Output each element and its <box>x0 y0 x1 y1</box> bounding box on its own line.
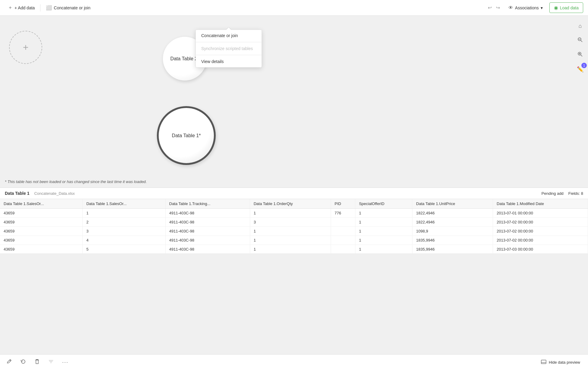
hide-preview-label: Hide data preview <box>549 360 580 365</box>
zoom-in-button[interactable] <box>575 49 586 60</box>
table-cell-0-0: 43659 <box>0 209 83 218</box>
data-table-1-label: Data Table 1* <box>172 133 201 138</box>
table-cell-0-5: 1 <box>355 209 412 218</box>
undo-redo-group: ↩ ↪ <box>486 3 502 12</box>
context-menu-view-details[interactable]: View details <box>196 56 262 67</box>
table-body: 4365914911-403C-98177611822,49462013-07-… <box>0 209 588 254</box>
hide-preview-icon <box>541 360 546 365</box>
table-cell-4-3: 1 <box>250 245 331 254</box>
canvas-controls: ⌂ 1 ✏️ <box>572 16 588 188</box>
col-header-6: Data Table 1.UnitPrice <box>412 199 493 209</box>
add-data-circle[interactable]: + <box>9 31 42 64</box>
table-cell-4-6: 1835,9946 <box>412 245 493 254</box>
table-cell-4-2: 4911-403C-98 <box>165 245 250 254</box>
toolbar-left: ＋ + Add data ⬜ Concatenate or join <box>5 3 94 13</box>
table-cell-4-7: 2013-07-03 00:00:00 <box>493 245 588 254</box>
table-cell-2-5: 1 <box>355 227 412 236</box>
plus-icon: ＋ <box>8 5 13 11</box>
preview-title: Data Table 1 <box>5 191 29 196</box>
home-button[interactable]: ⌂ <box>575 21 586 31</box>
table-row: 4365954911-403C-98111835,99462013-07-03 … <box>0 245 588 254</box>
zoom-out-icon <box>577 37 583 44</box>
concatenate-icon: ⬜ <box>46 5 52 11</box>
canvas-area: + Data Table 2* Data Table 1* ⌂ 1 ✏️ * T… <box>0 16 588 188</box>
paint-button[interactable]: 1 ✏️ <box>575 64 586 75</box>
filter-icon <box>48 359 54 366</box>
data-table-2-label: Data Table 2* <box>170 56 199 62</box>
badge-count: 1 <box>581 63 587 68</box>
context-menu: Concatenate or join Synchronize scripted… <box>195 30 262 68</box>
delete-icon <box>34 359 40 366</box>
canvas-note: * This table has not been loaded or has … <box>5 179 147 184</box>
svg-rect-11 <box>541 360 546 364</box>
table-cell-1-2: 4911-403C-98 <box>165 218 250 227</box>
chevron-down-icon: ▾ <box>541 5 543 10</box>
zoom-out-button[interactable] <box>575 35 586 46</box>
table-cell-1-6: 1822,4946 <box>412 218 493 227</box>
edit-button[interactable] <box>5 357 14 368</box>
toolbar-right: ↩ ↪ 👁 Associations ▾ ◉ Load data <box>486 2 583 13</box>
associations-label: Associations <box>515 5 539 10</box>
preview-status: Pending add <box>542 191 564 196</box>
refresh-button[interactable] <box>19 357 28 368</box>
table-cell-1-1: 2 <box>83 218 166 227</box>
context-menu-divider-2 <box>196 55 262 55</box>
table-cell-2-4 <box>331 227 355 236</box>
more-button[interactable]: ··· <box>60 357 70 368</box>
preview-fields: Fields: 8 <box>568 191 583 196</box>
edit-icon <box>7 359 12 366</box>
table-cell-2-2: 4911-403C-98 <box>165 227 250 236</box>
associations-button[interactable]: 👁 Associations ▾ <box>505 3 546 12</box>
col-header-2: Data Table 1.Tracking... <box>165 199 250 209</box>
filter-button[interactable] <box>46 357 56 368</box>
svg-line-1 <box>581 40 583 42</box>
col-header-7: Data Table 1.Modified Date <box>493 199 588 209</box>
context-menu-concatenate[interactable]: Concatenate or join <box>196 30 262 41</box>
add-data-button[interactable]: ＋ + Add data <box>5 3 38 13</box>
add-circle-plus-icon: + <box>23 42 29 53</box>
table-cell-3-0: 43659 <box>0 236 83 245</box>
load-data-button[interactable]: ◉ Load data <box>549 2 583 13</box>
table-cell-3-1: 4 <box>83 236 166 245</box>
toolbar-divider-1 <box>40 4 40 11</box>
table-cell-4-5: 1 <box>355 245 412 254</box>
table-cell-0-6: 1822,4946 <box>412 209 493 218</box>
table-cell-3-2: 4911-403C-98 <box>165 236 250 245</box>
load-data-play-icon: ◉ <box>554 5 558 11</box>
data-table-1-circle[interactable]: Data Table 1* <box>157 106 216 165</box>
refresh-icon <box>21 359 26 366</box>
data-preview-section: Data Table 1 Concatenate_Data.xlsx Pendi… <box>0 188 588 253</box>
table-cell-0-3: 1 <box>250 209 331 218</box>
context-menu-divider-1 <box>196 42 262 42</box>
table-row: 4365944911-403C-98111835,99462013-07-02 … <box>0 236 588 245</box>
table-cell-2-1: 3 <box>83 227 166 236</box>
table-cell-0-4: 776 <box>331 209 355 218</box>
concatenate-button[interactable]: ⬜ Concatenate or join <box>43 3 93 12</box>
context-menu-synchronize: Synchronize scripted tables <box>196 43 262 54</box>
main-toolbar: ＋ + Add data ⬜ Concatenate or join ↩ ↪ 👁… <box>0 0 588 16</box>
table-cell-3-5: 1 <box>355 236 412 245</box>
preview-header: Data Table 1 Concatenate_Data.xlsx Pendi… <box>0 188 588 199</box>
col-header-5: SpecialOfferID <box>355 199 412 209</box>
svg-line-4 <box>581 55 583 56</box>
hide-preview-button[interactable]: Hide data preview <box>538 358 583 367</box>
table-cell-3-6: 1835,9946 <box>412 236 493 245</box>
table-cell-0-1: 1 <box>83 209 166 218</box>
zoom-in-icon <box>577 52 583 59</box>
table-cell-1-3: 3 <box>250 218 331 227</box>
add-data-label: + Add data <box>14 5 35 10</box>
delete-button[interactable] <box>33 357 42 368</box>
col-header-4: PID <box>331 199 355 209</box>
table-cell-3-3: 1 <box>250 236 331 245</box>
table-cell-2-0: 43659 <box>0 227 83 236</box>
preview-subtitle: Concatenate_Data.xlsx <box>34 191 75 196</box>
table-cell-3-7: 2013-07-02 00:00:00 <box>493 236 588 245</box>
table-cell-3-4 <box>331 236 355 245</box>
table-cell-0-2: 4911-403C-98 <box>165 209 250 218</box>
table-cell-4-1: 5 <box>83 245 166 254</box>
undo-button[interactable]: ↩ <box>486 3 494 12</box>
canvas-note-text: * This table has not been loaded or has … <box>5 179 147 184</box>
redo-button[interactable]: ↪ <box>494 3 502 12</box>
menu-arrow <box>226 27 231 30</box>
table-cell-2-3: 1 <box>250 227 331 236</box>
